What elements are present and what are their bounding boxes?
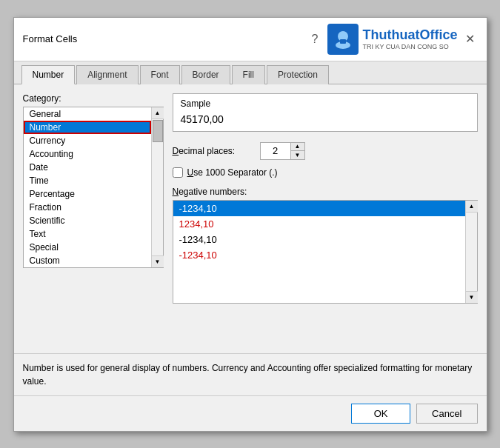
ok-button[interactable]: OK xyxy=(351,404,410,424)
button-row: OK Cancel xyxy=(14,395,487,431)
tab-number[interactable]: Number xyxy=(21,65,76,84)
tab-fill[interactable]: Fill xyxy=(232,65,265,84)
spin-up-button[interactable]: ▲ xyxy=(291,143,304,151)
question-mark-icon: ? xyxy=(312,33,319,46)
category-list: General Number Currency Accounting Date … xyxy=(24,107,151,267)
decimal-places-input[interactable] xyxy=(261,143,290,159)
tab-border[interactable]: Border xyxy=(181,65,230,84)
spinner-buttons: ▲ ▼ xyxy=(290,143,304,159)
scroll-up-arrow[interactable]: ▲ xyxy=(152,107,164,119)
cat-text[interactable]: Text xyxy=(24,227,151,241)
separator-checkbox[interactable] xyxy=(173,167,183,178)
tab-protection[interactable]: Protection xyxy=(267,65,329,84)
negative-list: -1234,10 1234,10 -1234,10 -1234,10 xyxy=(173,201,465,303)
negative-label: Negative numbers: xyxy=(173,187,478,197)
sample-section: Sample 45170,00 xyxy=(173,93,478,132)
category-scrollbar[interactable]: ▲ ▼ xyxy=(151,107,163,267)
category-label: Category: xyxy=(23,93,164,104)
tabs-bar: Number Alignment Font Border Fill Protec… xyxy=(14,61,487,84)
dialog-title: Format Cells xyxy=(23,33,78,44)
negative-list-container: -1234,10 1234,10 -1234,10 -1234,10 ▲ ▼ xyxy=(173,200,478,304)
separator-label[interactable]: Use 1000 Separator (.) xyxy=(187,167,278,178)
tab-alignment[interactable]: Alignment xyxy=(76,65,138,84)
category-list-container: General Number Currency Accounting Date … xyxy=(23,107,164,268)
svg-rect-2 xyxy=(340,39,346,44)
cat-fraction[interactable]: Fraction xyxy=(24,201,151,214)
spin-down-button[interactable]: ▼ xyxy=(291,151,304,159)
cat-scientific[interactable]: Scientific xyxy=(24,214,151,227)
cat-number[interactable]: Number xyxy=(24,121,151,134)
negative-scrollbar[interactable]: ▲ ▼ xyxy=(465,201,477,303)
scroll-thumb[interactable] xyxy=(153,120,163,142)
title-bar-left: Format Cells xyxy=(23,33,78,44)
decimal-spinner: ▲ ▼ xyxy=(260,142,305,160)
decimal-places-label: Decimal places: xyxy=(173,146,254,156)
sample-label: Sample xyxy=(181,98,470,109)
negative-numbers-section: Negative numbers: -1234,10 1234,10 -1234… xyxy=(173,185,478,304)
tab-font[interactable]: Font xyxy=(140,65,180,84)
cat-date[interactable]: Date xyxy=(24,161,151,174)
cat-accounting[interactable]: Accounting xyxy=(24,147,151,161)
neg-item-1[interactable]: 1234,10 xyxy=(173,216,465,232)
brand-icon xyxy=(327,24,359,55)
right-panel: Sample 45170,00 Decimal places: ▲ ▼ xyxy=(173,93,478,344)
brand-name: ThuthuatOffice xyxy=(363,27,458,43)
neg-scroll-down-arrow[interactable]: ▼ xyxy=(466,291,478,303)
neg-item-0[interactable]: -1234,10 xyxy=(173,201,465,216)
left-panel: Category: General Number Currency Accoun… xyxy=(23,93,164,344)
cat-special[interactable]: Special xyxy=(24,241,151,254)
main-content: Category: General Number Currency Accoun… xyxy=(14,84,487,353)
neg-scroll-up-arrow[interactable]: ▲ xyxy=(466,201,478,213)
cat-general[interactable]: General xyxy=(24,107,151,121)
title-logo: ? ThuthuatOffice TRI KY CUA DAN CONG SO … xyxy=(312,24,478,55)
cat-custom[interactable]: Custom xyxy=(24,254,151,267)
cancel-button[interactable]: Cancel xyxy=(416,404,477,424)
cat-currency[interactable]: Currency xyxy=(24,134,151,147)
decimal-places-row: Decimal places: ▲ ▼ xyxy=(173,142,478,160)
scroll-down-arrow[interactable]: ▼ xyxy=(152,255,164,267)
title-bar: Format Cells ? ThuthuatOffice TRI KY CUA… xyxy=(14,18,487,61)
separator-row: Use 1000 Separator (.) xyxy=(173,167,478,178)
neg-item-3[interactable]: -1234,10 xyxy=(173,247,465,263)
description-text: Number is used for general display of nu… xyxy=(14,353,487,395)
sample-value: 45170,00 xyxy=(181,112,470,127)
brand-sub: TRI KY CUA DAN CONG SO xyxy=(363,43,458,50)
cat-percentage[interactable]: Percentage xyxy=(24,187,151,201)
format-cells-dialog: Format Cells ? ThuthuatOffice TRI KY CUA… xyxy=(13,17,487,432)
close-button[interactable]: ✕ xyxy=(462,32,478,46)
cat-time[interactable]: Time xyxy=(24,174,151,187)
neg-item-2[interactable]: -1234,10 xyxy=(173,232,465,247)
